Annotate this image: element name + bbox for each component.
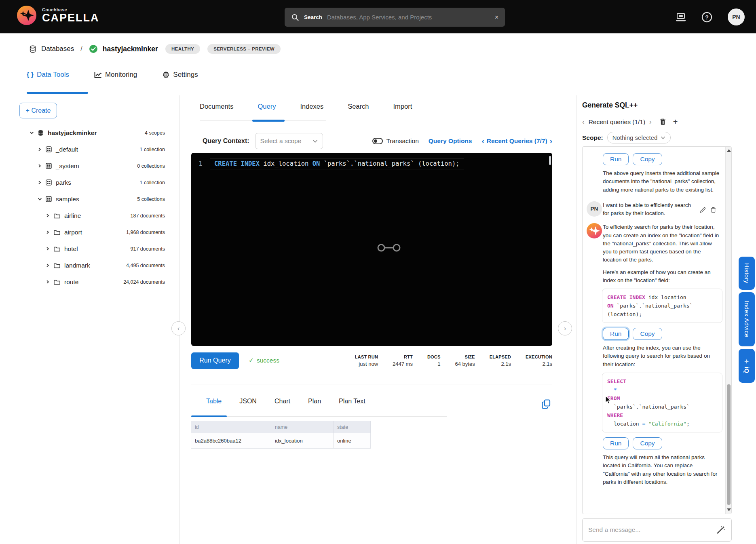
tab-data-tools[interactable]: { } Data Tools — [27, 71, 69, 79]
user-avatar[interactable]: PN — [728, 8, 745, 25]
help-icon[interactable]: ? — [701, 12, 712, 23]
tab-import[interactable]: Import — [393, 103, 412, 110]
tree-item-bucket[interactable]: hastyjackminker 4 scopes — [0, 124, 179, 141]
new-query-icon[interactable]: + — [673, 117, 678, 127]
chevron-right-icon[interactable] — [45, 247, 50, 251]
delete-query-icon[interactable] — [660, 118, 666, 125]
message-actions — [700, 207, 716, 213]
table-header-row: id name state — [191, 421, 552, 433]
breadcrumb-databases[interactable]: Databases — [41, 45, 74, 53]
tree-label: hastyjackminker — [48, 129, 97, 137]
terminal-icon[interactable] — [676, 13, 686, 21]
message-input[interactable] — [588, 526, 712, 533]
stat-label: DOCS — [427, 354, 441, 359]
tree-item-scope[interactable]: _default 1 collection — [0, 141, 179, 158]
chevron-right-icon[interactable] — [45, 230, 50, 234]
chevron-right-icon[interactable]: › — [649, 118, 652, 126]
editor-scrollbar[interactable] — [549, 156, 551, 165]
brand[interactable]: Couchbase CAPELLA — [17, 6, 99, 25]
copy-button[interactable]: Copy — [633, 328, 662, 340]
tab-table[interactable]: Table — [206, 398, 222, 405]
results-tabs-baseline — [191, 416, 447, 417]
topbar: Couchbase CAPELLA Search Databases, App … — [0, 0, 756, 34]
chevron-right-icon[interactable] — [37, 180, 42, 185]
chevron-right-icon[interactable] — [37, 147, 42, 152]
history-tab[interactable]: History — [739, 257, 755, 290]
delete-icon[interactable] — [711, 207, 716, 213]
tree-item-collection[interactable]: airport 1,968 documents — [0, 224, 179, 240]
scroll-down-arrow[interactable] — [727, 508, 731, 511]
iq-tab[interactable]: iQ — [739, 349, 755, 383]
chat-scrollbar[interactable] — [725, 147, 731, 514]
tree-item-scope[interactable]: parks 1 collection — [0, 174, 179, 191]
chevron-right-icon[interactable] — [45, 263, 50, 268]
tree-count: 5 collections — [137, 196, 165, 202]
tree-item-scope[interactable]: samples 5 collections — [0, 191, 179, 207]
next-query-circle[interactable]: › — [558, 321, 572, 335]
tab-chart[interactable]: Chart — [275, 398, 290, 405]
tab-documents[interactable]: Documents — [200, 103, 233, 110]
col-header-id[interactable]: id — [191, 421, 271, 433]
scrollbar-thumb[interactable] — [727, 384, 731, 505]
tree-item-collection[interactable]: route 24,024 documents — [0, 274, 179, 290]
search-clear-icon[interactable]: × — [495, 14, 498, 21]
stat-value: 64 bytes — [455, 361, 475, 367]
copy-button[interactable]: Copy — [633, 153, 662, 165]
transaction-toggle[interactable]: Transaction — [372, 137, 418, 145]
copy-button[interactable]: Copy — [633, 437, 662, 449]
stat-value: just now — [355, 361, 378, 367]
tab-monitoring[interactable]: Monitoring — [94, 71, 137, 79]
sql-keyword: ON — [607, 303, 614, 309]
query-options-link[interactable]: Query Options — [429, 137, 472, 145]
couchbase-logo-icon — [17, 6, 36, 25]
tree-item-scope[interactable]: _system 0 collections — [0, 158, 179, 174]
tab-plan[interactable]: Plan — [308, 398, 321, 405]
scope-select[interactable]: Select a scope — [255, 133, 323, 149]
global-search[interactable]: Search Databases, App Services, and Proj… — [285, 8, 505, 27]
panel-scope-select[interactable]: Nothing selected — [607, 132, 671, 143]
query-editor[interactable]: 1 CREATE INDEX idx_location ON `parks`.`… — [191, 153, 552, 346]
tab-plan-text[interactable]: Plan Text — [339, 398, 365, 405]
sql-string: "California" — [645, 421, 686, 427]
previous-query-circle[interactable]: ‹ — [171, 321, 186, 335]
tree-label: landmark — [64, 262, 90, 269]
tab-indexes[interactable]: Indexes — [300, 103, 323, 110]
code-snippet-select: SELECT * FROM `parks`.`national_parks` W… — [602, 373, 722, 432]
run-query-button[interactable]: Run Query — [191, 352, 239, 369]
index-advice-tab[interactable]: Index Advice — [739, 292, 755, 346]
tab-settings[interactable]: Settings — [162, 71, 198, 79]
topbar-actions: ? PN — [676, 0, 745, 34]
check-icon: ✓ — [249, 357, 254, 364]
chevron-right-icon[interactable] — [45, 213, 50, 218]
run-button[interactable]: Run — [603, 153, 629, 165]
tree-item-collection[interactable]: hotel 917 documents — [0, 240, 179, 257]
run-button[interactable]: Run — [603, 437, 629, 449]
monitoring-chart-icon — [94, 72, 102, 78]
chevron-right-icon[interactable] — [45, 280, 50, 284]
col-header-state[interactable]: state — [334, 421, 371, 433]
tab-json[interactable]: JSON — [239, 398, 257, 405]
scroll-up-arrow[interactable] — [727, 149, 731, 152]
chevron-down-icon[interactable] — [37, 197, 42, 201]
tab-search[interactable]: Search — [348, 103, 369, 110]
run-button-focused[interactable]: Run — [603, 328, 629, 340]
tree-item-collection[interactable]: landmark 4,495 documents — [0, 257, 179, 274]
folder-icon — [54, 230, 60, 235]
user-message: PN I want to be able to efficiently sear… — [587, 201, 721, 218]
chevron-left-icon[interactable]: ‹ — [481, 137, 484, 145]
tree-item-collection[interactable]: airline 187 documents — [0, 207, 179, 224]
create-button[interactable]: + Create — [19, 103, 57, 118]
chevron-down-icon[interactable] — [29, 131, 34, 135]
chevron-left-icon[interactable]: ‹ — [582, 118, 585, 126]
chevron-right-icon[interactable] — [37, 164, 42, 168]
copy-results-icon[interactable] — [542, 399, 551, 409]
cluster-name[interactable]: hastyjackminker — [103, 45, 158, 53]
edit-icon[interactable] — [700, 207, 706, 213]
col-header-name[interactable]: name — [271, 421, 334, 433]
recent-queries-label[interactable]: Recent Queries (7/7) — [487, 137, 547, 145]
chevron-down-icon — [661, 136, 665, 139]
magic-wand-icon[interactable] — [716, 525, 726, 535]
chevron-right-icon[interactable]: › — [550, 137, 552, 145]
table-row[interactable]: ba2a88bc260baa12 idx_location online — [191, 433, 552, 449]
tab-query[interactable]: Query — [258, 103, 276, 110]
